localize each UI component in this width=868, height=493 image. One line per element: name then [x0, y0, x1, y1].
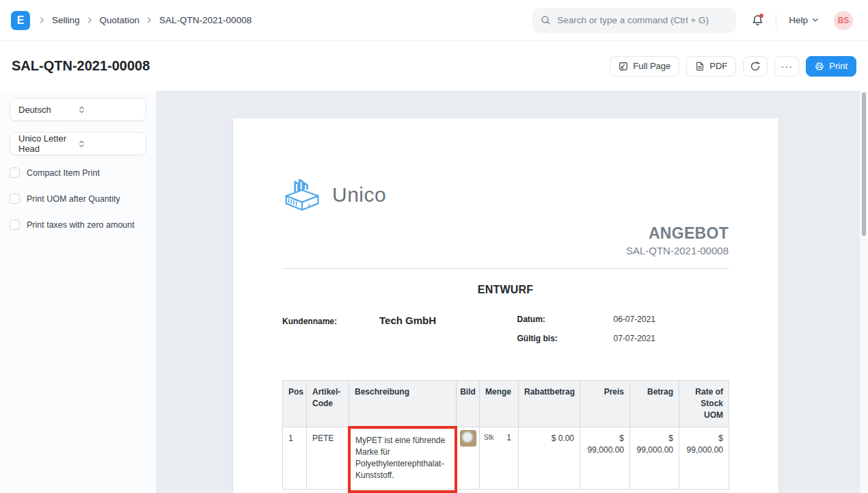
breadcrumb-selling[interactable]: Selling [52, 15, 80, 25]
page-title: SAL-QTN-2021-00008 [12, 58, 150, 74]
items-table-header-row: Pos Artikel-Code Beschreibung Bild Menge… [283, 381, 729, 427]
dates-block: Datum: 06-07-2021 Gültig bis: 07-07-2021 [506, 315, 729, 353]
notification-dot [759, 14, 763, 18]
refresh-button[interactable] [743, 56, 768, 77]
company-factory-logo-icon [282, 178, 322, 213]
valid-until-value: 07-07-2021 [614, 334, 655, 343]
item-stock-uom-rate: $ 99,000.00 [679, 427, 729, 490]
notifications-bell-icon[interactable] [750, 13, 765, 28]
search-icon [541, 15, 551, 25]
item-amount: $ 99,000.00 [630, 427, 679, 490]
chevron-right-icon [87, 16, 92, 24]
item-discount-amount: $ 0.00 [519, 427, 580, 490]
print-uom-after-quantity-checkbox[interactable] [10, 194, 20, 204]
document-type-title: ANGEBOT [282, 224, 729, 243]
item-row: 1 PETE MyPET ist eine führende Marke für… [283, 427, 729, 490]
col-header-discount: Rabattbetrag [519, 381, 580, 427]
print-taxes-zero-amount-checkbox[interactable] [10, 219, 20, 230]
document-number: SAL-QTN-2021-00008 [282, 245, 729, 256]
item-qty: 1 [506, 432, 511, 444]
navbar-divider [776, 13, 776, 28]
compact-item-print-label: Compact Item Print [27, 168, 100, 178]
print-preview-area: Unico ANGEBOT SAL-QTN-2021-00008 ENTWURF… [156, 91, 868, 493]
full-page-button[interactable]: Full Page [610, 56, 679, 77]
document-meta: Kundenname: Tech GmbH Datum: 06-07-2021 … [282, 315, 729, 353]
item-uom: Stk [484, 432, 493, 442]
chevron-down-icon [812, 18, 819, 23]
expand-icon [619, 62, 628, 71]
document-heading: ANGEBOT SAL-QTN-2021-00008 [282, 224, 729, 256]
document-page: Unico ANGEBOT SAL-QTN-2021-00008 ENTWURF… [233, 118, 778, 493]
breadcrumb-quotation[interactable]: Quotation [100, 15, 140, 25]
col-header-pos: Pos [283, 381, 307, 427]
print-settings-sidebar: Deutsch Unico Letter Head Compact Item P… [0, 91, 156, 493]
valid-until-label: Gültig bis: [517, 334, 614, 343]
navbar: E Selling Quotation SAL-QTN-2021-00008 H… [0, 0, 868, 41]
file-icon [695, 62, 705, 71]
letterhead: Unico [282, 176, 729, 213]
item-qty-cell: Stk 1 [480, 427, 519, 490]
col-header-image: Bild [457, 381, 480, 427]
date-row: Datum: 06-07-2021 [517, 315, 729, 324]
content-area: Deutsch Unico Letter Head Compact Item P… [0, 91, 868, 493]
col-header-description: Beschreibung [349, 381, 457, 427]
print-taxes-zero-amount-label: Print taxes with zero amount [27, 220, 135, 230]
date-label: Datum: [517, 315, 614, 324]
item-image-cell [457, 427, 480, 490]
col-header-stock-uom-rate: Rate of Stock UOM [679, 381, 729, 427]
chevron-right-icon [147, 16, 152, 24]
refresh-icon [750, 61, 761, 72]
language-select[interactable]: Deutsch [10, 98, 146, 121]
global-search[interactable] [532, 8, 736, 33]
help-label: Help [789, 15, 808, 25]
date-value: 06-07-2021 [614, 315, 655, 324]
customer-name: Tech GmbH [379, 315, 436, 326]
item-description-cell: MyPET ist eine führende Marke für Polyet… [349, 427, 457, 490]
help-menu[interactable]: Help [789, 15, 819, 25]
select-chevrons-icon [79, 105, 139, 114]
header-actions: Full Page PDF ··· [610, 56, 856, 77]
item-description: MyPET ist eine führende Marke für Polyet… [355, 436, 445, 480]
customer-label: Kundenname: [282, 317, 379, 326]
app-logo[interactable]: E [11, 11, 30, 30]
item-thumbnail-image [460, 430, 476, 447]
language-select-value: Deutsch [18, 105, 79, 115]
letterhead-select[interactable]: Unico Letter Head [10, 132, 146, 155]
document-content: Unico ANGEBOT SAL-QTN-2021-00008 ENTWURF… [233, 118, 778, 493]
col-header-amount: Betrag [630, 381, 679, 427]
customer-block: Kundenname: Tech GmbH [282, 315, 506, 353]
compact-item-print-checkbox[interactable] [10, 168, 20, 178]
items-table: Pos Artikel-Code Beschreibung Bild Menge… [282, 380, 729, 490]
pdf-label: PDF [709, 61, 727, 71]
heading-divider [282, 268, 729, 269]
print-uom-after-quantity-option[interactable]: Print UOM after Quantity [10, 194, 146, 204]
breadcrumb: Selling Quotation SAL-QTN-2021-00008 [40, 15, 252, 25]
letterhead-select-value: Unico Letter Head [18, 133, 79, 154]
user-avatar[interactable]: BS [834, 11, 853, 30]
valid-until-row: Gültig bis: 07-07-2021 [517, 334, 729, 343]
col-header-qty: Menge [480, 381, 519, 427]
page-header: SAL-QTN-2021-00008 Full Page PDF [0, 41, 868, 91]
printer-icon [815, 62, 824, 71]
print-button[interactable]: Print [806, 56, 856, 77]
item-code: PETE [307, 427, 349, 490]
search-input[interactable] [557, 15, 728, 25]
company-name: Unico [332, 183, 386, 206]
compact-item-print-option[interactable]: Compact Item Print [10, 168, 146, 178]
col-header-price: Preis [580, 381, 630, 427]
print-uom-after-quantity-label: Print UOM after Quantity [27, 194, 120, 204]
print-taxes-zero-amount-option[interactable]: Print taxes with zero amount [10, 219, 146, 230]
print-label: Print [829, 61, 847, 71]
chevron-right-icon [40, 16, 44, 24]
preview-scrollbar-thumb[interactable] [862, 92, 866, 236]
print-options: Compact Item Print Print UOM after Quant… [10, 168, 146, 230]
select-chevrons-icon [79, 139, 139, 148]
col-header-item-code: Artikel-Code [307, 381, 349, 427]
full-page-label: Full Page [633, 61, 670, 71]
more-menu-button[interactable]: ··· [774, 56, 799, 77]
item-price: $ 99,000.00 [580, 427, 630, 490]
item-pos: 1 [283, 427, 307, 490]
pdf-button[interactable]: PDF [686, 56, 736, 77]
breadcrumb-current-doc[interactable]: SAL-QTN-2021-00008 [159, 15, 252, 25]
draft-status: ENTWURF [282, 284, 729, 296]
